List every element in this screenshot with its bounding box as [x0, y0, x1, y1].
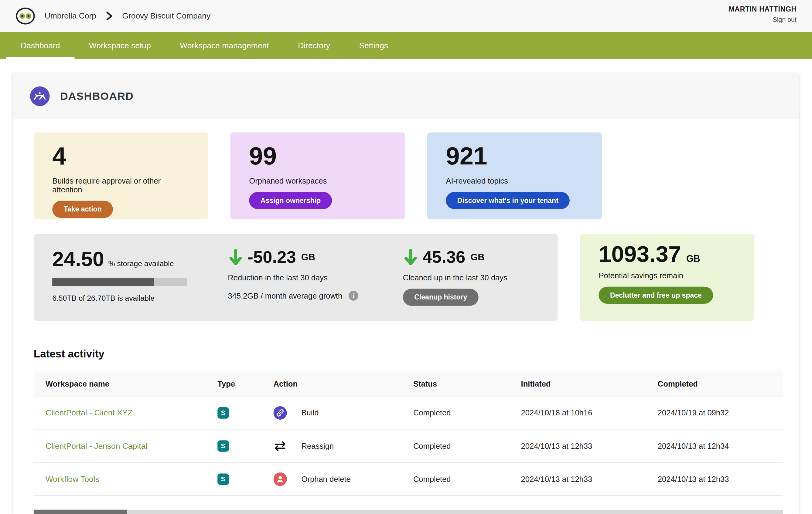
- col-status: Status: [413, 379, 521, 388]
- user-name: MARTIN HATTINGH: [728, 5, 796, 13]
- workspace-link[interactable]: Workflow Tools: [46, 474, 99, 483]
- reduction-value: -50.23: [248, 247, 296, 267]
- top-bar: Umbrella Corp Groovy Biscuit Company MAR…: [0, 0, 812, 32]
- stat-card-button[interactable]: Assign ownership: [249, 192, 332, 209]
- col-initiated: Initiated: [521, 379, 658, 388]
- activity-title: Latest activity: [34, 348, 783, 360]
- tab-workspace-management[interactable]: Workspace management: [166, 32, 284, 59]
- company-logo-icon[interactable]: [16, 7, 35, 25]
- table-row: ClientPortal - Client XYZ S: [34, 396, 783, 429]
- page-header: DASHBOARD: [13, 73, 799, 119]
- horizontal-scrollbar: [34, 510, 783, 514]
- sign-out-link[interactable]: Sign out: [728, 16, 796, 23]
- stat-card-builds: 4 Builds require approval or other atten…: [34, 132, 208, 220]
- table-row: ClientPortal - Jenson Capital S ⇄ Reassi…: [34, 429, 783, 462]
- reduction-label: Reduction in the last 30 days: [228, 273, 403, 282]
- info-icon[interactable]: i: [349, 291, 358, 300]
- storage-progress-bar: [52, 278, 187, 286]
- stat-label: AI-revealed topics: [446, 177, 583, 185]
- breadcrumb-company[interactable]: Groovy Biscuit Company: [122, 11, 210, 21]
- app-root: Umbrella Corp Groovy Biscuit Company MAR…: [0, 0, 812, 514]
- cleanup-history-button[interactable]: Cleanup history: [403, 289, 478, 306]
- stat-card-ai-topics: 921 AI-revealed topics Discover what's i…: [427, 132, 602, 220]
- action-label: Build: [301, 409, 319, 417]
- tab-directory[interactable]: Directory: [283, 32, 344, 59]
- page-title: DASHBOARD: [60, 90, 134, 102]
- status-cell: Completed: [413, 409, 521, 417]
- tab-settings[interactable]: Settings: [345, 32, 403, 59]
- storage-row: 24.50 % storage available 6.50TB of 26.7…: [13, 234, 799, 321]
- down-arrow-icon: [228, 248, 243, 266]
- scrollbar-thumb[interactable]: [34, 510, 127, 514]
- breadcrumb-org[interactable]: Umbrella Corp: [45, 11, 96, 21]
- stat-value: 99: [249, 142, 386, 170]
- sharepoint-icon: S: [218, 440, 229, 452]
- savings-unit: GB: [686, 254, 700, 265]
- stat-cards-row: 4 Builds require approval or other atten…: [13, 132, 799, 220]
- col-action: Action: [273, 379, 413, 388]
- stat-value: 921: [446, 142, 583, 170]
- cleaned-block: 45.36 GB Cleaned up in the last 30 days …: [403, 247, 558, 321]
- storage-percent-value: 24.50: [52, 247, 104, 271]
- cleaned-label: Cleaned up in the last 30 days: [403, 273, 558, 282]
- reduction-block: -50.23 GB Reduction in the last 30 days …: [228, 247, 403, 321]
- table-header: Workspace name Type Action Status Initia…: [34, 371, 783, 396]
- action-label: Orphan delete: [301, 475, 351, 483]
- storage-availability-text: 6.50TB of 26.70TB is available: [52, 294, 228, 302]
- gauge-icon: [30, 87, 50, 106]
- stat-card-button[interactable]: Take action: [52, 201, 113, 218]
- initiated-cell: 2024/10/18 at 10h16: [521, 409, 658, 417]
- cleaned-value: 45.36: [423, 247, 466, 267]
- declutter-button[interactable]: Declutter and free up space: [599, 287, 713, 304]
- user-block: MARTIN HATTINGH Sign out: [728, 5, 796, 23]
- storage-bar-fill: [52, 278, 154, 286]
- chevron-right-icon: [106, 11, 113, 21]
- action-label: Reassign: [301, 442, 334, 450]
- table-row: Workflow Tools S Orphan delete Complete: [34, 463, 783, 496]
- storage-percent-label: % storage available: [108, 259, 174, 267]
- initiated-cell: 2024/10/13 at 12h33: [521, 442, 658, 450]
- status-cell: Completed: [413, 442, 521, 450]
- main-panel: DASHBOARD 4 Builds require approval or o…: [13, 73, 799, 514]
- storage-band: 24.50 % storage available 6.50TB of 26.7…: [34, 234, 558, 321]
- down-arrow-icon: [403, 248, 418, 266]
- stat-card-button[interactable]: Discover what's in your tenant: [446, 192, 570, 209]
- tab-dashboard[interactable]: Dashboard: [6, 32, 75, 59]
- col-workspace-name: Workspace name: [46, 379, 218, 388]
- col-completed: Completed: [658, 379, 783, 388]
- reassign-arrows-icon: ⇄: [273, 439, 287, 452]
- activity-table: Workspace name Type Action Status Initia…: [34, 371, 783, 495]
- status-cell: Completed: [413, 475, 521, 483]
- completed-cell: 2024/10/13 at 12h34: [658, 442, 783, 450]
- growth-text: 345.2GB / month average growth: [228, 291, 342, 300]
- savings-value: 1093.37: [599, 241, 681, 267]
- build-link-icon: [273, 406, 287, 419]
- workspace-link[interactable]: ClientPortal - Jenson Capital: [46, 441, 147, 450]
- stat-label: Orphaned workspaces: [249, 177, 386, 185]
- initiated-cell: 2024/10/13 at 12h33: [521, 475, 658, 483]
- completed-cell: 2024/10/13 at 12h33: [658, 475, 783, 483]
- sharepoint-icon: S: [218, 407, 229, 418]
- reduction-unit: GB: [301, 252, 315, 263]
- tab-workspace-setup[interactable]: Workspace setup: [75, 32, 165, 59]
- cleaned-unit: GB: [470, 252, 484, 263]
- stat-value: 4: [52, 142, 190, 170]
- savings-card: 1093.37 GB Potential savings remain Decl…: [580, 234, 754, 321]
- completed-cell: 2024/10/19 at 09h32: [658, 409, 783, 417]
- sharepoint-icon: S: [218, 473, 229, 485]
- orphan-person-icon: [273, 472, 287, 485]
- col-type: Type: [218, 379, 273, 388]
- workspace-link[interactable]: ClientPortal - Client XYZ: [46, 408, 133, 417]
- main-nav: Dashboard Workspace setup Workspace mana…: [0, 32, 812, 59]
- storage-available-block: 24.50 % storage available 6.50TB of 26.7…: [34, 247, 228, 321]
- stat-card-orphaned: 99 Orphaned workspaces Assign ownership: [230, 132, 405, 220]
- stat-label: Builds require approval or other attenti…: [52, 177, 190, 194]
- savings-label: Potential savings remain: [599, 271, 735, 280]
